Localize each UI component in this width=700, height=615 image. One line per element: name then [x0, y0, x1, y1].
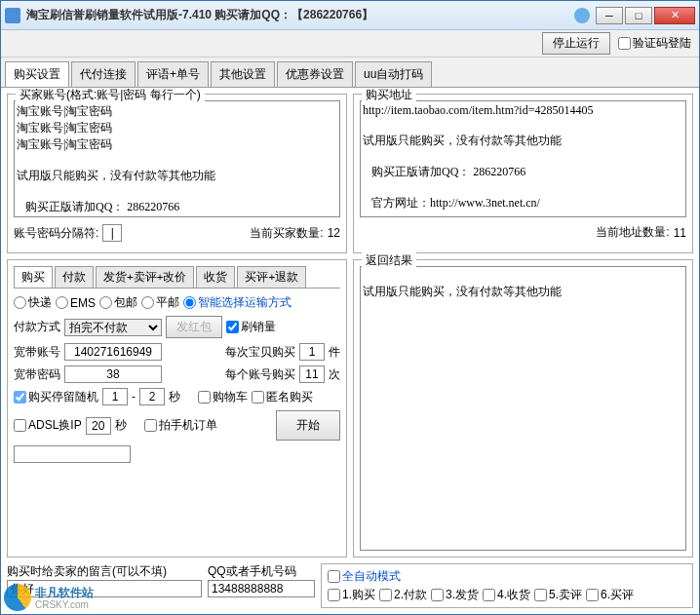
buyer-accounts-title: 买家账号(格式:账号|密码 每行一个)	[16, 88, 205, 103]
step1[interactable]: 1.购买	[328, 587, 375, 603]
pay-method-select[interactable]: 拍完不付款	[64, 319, 162, 336]
radio-surface[interactable]: 平邮	[141, 294, 179, 311]
main-tabs: 购买设置 代付连接 评语+单号 其他设置 优惠券设置 uu自动打码	[1, 58, 699, 88]
bb-acct-input[interactable]	[64, 343, 162, 361]
step4[interactable]: 4.收货	[483, 587, 530, 603]
result-group: 返回结果 试用版只能购买，没有付款等其他功能	[353, 259, 693, 557]
close-button[interactable]: ✕	[654, 7, 695, 24]
anon-buy-checkbox[interactable]: 匿名购买	[252, 389, 313, 405]
auto-mode-group: 全自动模式 1.购买 2.付款 3.发货 4.收货 5.卖评 6.买评	[321, 563, 693, 608]
extra-input[interactable]	[14, 445, 131, 463]
radio-free-ship[interactable]: 包邮	[99, 294, 137, 311]
lower-row: 购买 付款 发货+卖评+改价 收货 买评+退款 快递 EMS 包邮 平邮 智能选…	[7, 259, 693, 557]
start-button[interactable]: 开始	[276, 410, 340, 441]
stay-unit: 秒	[169, 389, 180, 405]
mobile-order-checkbox[interactable]: 拍手机订单	[144, 417, 217, 434]
globe-icon	[574, 8, 590, 23]
buyer-accounts-group: 买家账号(格式:账号|密码 每行一个) 淘宝账号|淘宝密码 淘宝账号|淘宝密码 …	[7, 94, 347, 253]
minimize-button[interactable]: ─	[596, 7, 623, 24]
buyer-accounts-textarea[interactable]: 淘宝账号|淘宝密码 淘宝账号|淘宝密码 淘宝账号|淘宝密码 试用版只能购买，没有…	[14, 100, 340, 217]
watermark-text: 非凡软件站CRSKY.com	[35, 585, 94, 610]
tab-proxy-link[interactable]: 代付连接	[71, 61, 136, 87]
brush-sales-checkbox[interactable]: 刷销量	[226, 319, 276, 335]
stay-min-input[interactable]	[102, 388, 128, 405]
per-acct-input[interactable]	[299, 365, 325, 383]
buyer-count-value: 12	[328, 226, 340, 240]
radio-express[interactable]: 快递	[14, 294, 52, 311]
result-title: 返回结果	[362, 252, 416, 269]
pay-method-row: 付款方式 拍完不付款 发红包 刷销量	[14, 316, 340, 338]
per-item-label: 每次宝贝购买	[225, 344, 295, 361]
window-controls: ─ □ ✕	[596, 7, 695, 24]
captcha-login-label: 验证码登陆	[633, 35, 691, 52]
radio-smart-ship[interactable]: 智能选择运输方式	[183, 294, 292, 311]
tab-other-settings[interactable]: 其他设置	[211, 61, 275, 87]
action-subtabs: 购买 付款 发货+卖评+改价 收货 买评+退款	[14, 266, 340, 288]
separator-row: 账号密码分隔符: 当前买家数量: 12	[14, 224, 340, 242]
subtab-pay[interactable]: 付款	[55, 266, 94, 288]
stay-max-input[interactable]	[139, 388, 165, 405]
auto-mode-checkbox[interactable]: 全自动模式	[328, 568, 686, 585]
per-acct-label: 每个账号购买	[225, 366, 295, 383]
result-textarea[interactable]: 试用版只能购买，没有付款等其他功能	[360, 266, 686, 551]
url-count-label: 当前地址数量:	[596, 224, 669, 241]
per-item-input[interactable]	[299, 343, 325, 361]
bottom-row: 购买时给卖家的留言(可以不填) QQ或者手机号码 全自动模式 1.购买 2.付款…	[7, 563, 693, 608]
broadband-acct-row: 宽带账号 每次宝贝购买 件	[14, 343, 340, 361]
qq-input[interactable]	[208, 580, 315, 597]
tab-uu-auto-captcha[interactable]: uu自动打码	[355, 61, 432, 87]
per-acct-unit: 次	[329, 366, 340, 383]
top-toolbar: 停止运行 验证码登陆	[1, 30, 699, 58]
send-redpacket-button[interactable]: 发红包	[166, 316, 222, 338]
url-count-value: 11	[674, 226, 686, 240]
titlebar: 淘宝刷信誉刷销量软件试用版-7.410 购买请加QQ：【286220766】 ─…	[1, 1, 699, 30]
app-icon	[5, 8, 20, 23]
broadband-pwd-row: 宽带密码 每个账号购买 次	[14, 365, 340, 383]
adsl-checkbox[interactable]: ADSL换IP	[14, 417, 82, 434]
action-panel: 购买 付款 发货+卖评+改价 收货 买评+退款 快递 EMS 包邮 平邮 智能选…	[7, 259, 347, 557]
radio-ems[interactable]: EMS	[56, 296, 96, 310]
dash: -	[132, 390, 136, 404]
stay-random-checkbox[interactable]: 购买停留随机	[14, 389, 98, 405]
main-content: 买家账号(格式:账号|密码 每行一个) 淘宝账号|淘宝密码 淘宝账号|淘宝密码 …	[1, 88, 699, 614]
watermark: 非凡软件站CRSKY.com	[4, 584, 94, 611]
bb-pwd-label: 宽带密码	[14, 366, 60, 383]
tab-review-order[interactable]: 评语+单号	[137, 61, 209, 87]
message-label: 购买时给卖家的留言(可以不填)	[7, 563, 167, 580]
separator-input[interactable]	[102, 224, 122, 242]
tab-buy-settings[interactable]: 购买设置	[5, 61, 69, 87]
stop-run-button[interactable]: 停止运行	[542, 32, 610, 55]
step6[interactable]: 6.买评	[586, 587, 634, 603]
subtab-ship-review-price[interactable]: 发货+卖评+改价	[96, 266, 194, 288]
captcha-login-checkbox[interactable]: 验证码登陆	[618, 35, 691, 52]
pay-method-label: 付款方式	[14, 319, 60, 335]
bb-pwd-input[interactable]	[64, 365, 162, 383]
auto-steps-row: 1.购买 2.付款 3.发货 4.收货 5.卖评 6.买评	[328, 587, 686, 603]
adsl-sec-input[interactable]	[86, 417, 111, 435]
stay-random-row: 购买停留随机 - 秒 购物车 匿名购买	[14, 388, 340, 405]
step5[interactable]: 5.卖评	[534, 587, 582, 603]
subtab-receive[interactable]: 收货	[196, 266, 235, 288]
per-item-unit: 件	[329, 344, 340, 361]
captcha-login-input[interactable]	[618, 37, 631, 50]
adsl-row: ADSL换IP 秒 拍手机订单 开始	[14, 410, 340, 441]
maximize-button[interactable]: □	[625, 7, 652, 24]
watermark-icon	[4, 584, 31, 611]
purchase-url-title: 购买地址	[362, 88, 416, 103]
upper-row: 买家账号(格式:账号|密码 每行一个) 淘宝账号|淘宝密码 淘宝账号|淘宝密码 …	[7, 94, 693, 253]
step3[interactable]: 3.发货	[431, 587, 479, 603]
qq-col: QQ或者手机号码	[208, 563, 315, 608]
purchase-url-textarea[interactable]: http://item.taobao.com/item.htm?id=42850…	[360, 100, 686, 217]
tab-coupon-settings[interactable]: 优惠券设置	[277, 61, 353, 87]
bb-acct-label: 宽带账号	[14, 344, 60, 361]
window-title: 淘宝刷信誉刷销量软件试用版-7.410 购买请加QQ：【286220766】	[26, 7, 574, 23]
extra-input-row	[14, 445, 340, 463]
subtab-buy[interactable]: 购买	[14, 266, 53, 288]
cart-checkbox[interactable]: 购物车	[198, 389, 248, 405]
subtab-rate-refund[interactable]: 买评+退款	[237, 266, 306, 288]
step2[interactable]: 2.付款	[379, 587, 427, 603]
shipping-row: 快递 EMS 包邮 平邮 智能选择运输方式	[14, 294, 340, 311]
qq-label: QQ或者手机号码	[208, 563, 296, 580]
adsl-unit: 秒	[115, 417, 127, 434]
purchase-url-group: 购买地址 http://item.taobao.com/item.htm?id=…	[353, 94, 693, 253]
